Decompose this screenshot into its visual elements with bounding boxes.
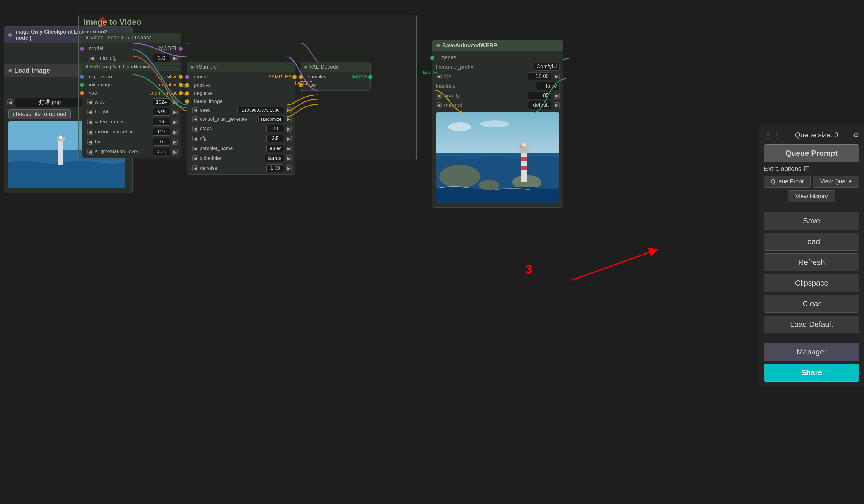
load-default-button[interactable]: Load Default [764, 316, 859, 333]
cond-initimage-input[interactable] [80, 83, 84, 87]
fps-prev[interactable]: ◀ [87, 139, 93, 145]
height-prev[interactable]: ◀ [87, 109, 93, 115]
manager-button[interactable]: Manager [764, 343, 859, 361]
view-history-button[interactable]: View History [788, 190, 836, 202]
ks-latent-input[interactable] [185, 99, 189, 103]
height-next[interactable]: ▶ [172, 109, 178, 115]
ks-positive-input[interactable] [185, 83, 189, 87]
control-prev[interactable]: ◀ [192, 116, 198, 122]
cfg-guidance-node: VideoLinearCFGGuidance model MODEL ◀ min… [82, 33, 181, 65]
svg-rect-20 [521, 166, 527, 170]
aug-prev[interactable]: ◀ [87, 149, 93, 155]
mincfg-prev[interactable]: ◀ [89, 55, 95, 61]
svg-point-10 [480, 121, 509, 127]
upload-button[interactable]: choose file to upload [9, 109, 71, 119]
bucket-next[interactable]: ▶ [172, 129, 178, 135]
sw-method-next[interactable]: ▶ [554, 102, 560, 108]
sampler-prev[interactable]: ◀ [192, 146, 198, 151]
ks-samples-output[interactable] [292, 75, 297, 79]
queue-prompt-button[interactable]: Queue Prompt [764, 144, 859, 162]
conditioning-node: SVD_img2vid_Conditioning clip_vision pos… [82, 62, 181, 158]
svg-point-7 [59, 136, 62, 139]
queue-header: ⋮⋮ Queue size: 0 ⚙ [764, 130, 859, 140]
cond-positive-output[interactable] [179, 75, 183, 79]
ks-model-input[interactable] [185, 75, 189, 79]
fps-next[interactable]: ▶ [172, 139, 178, 145]
svg-rect-4 [58, 139, 63, 165]
image-prev-btn[interactable]: ◀ [7, 99, 13, 105]
savewebp-title: SaveAnimatedWEBP [432, 40, 563, 51]
cfg-next[interactable]: ▶ [286, 136, 291, 142]
width-next[interactable]: ▶ [172, 99, 178, 105]
cond-vae-input[interactable] [80, 91, 84, 95]
extra-options-checkbox[interactable] [804, 166, 809, 172]
share-button[interactable]: Share [764, 364, 859, 381]
divider-1 [764, 207, 859, 207]
steps-next[interactable]: ▶ [286, 126, 291, 132]
cfg-model-output[interactable] [179, 47, 183, 51]
save-button[interactable]: Save [764, 212, 859, 230]
vd-samples-input[interactable] [299, 75, 303, 79]
latent-label: LATENT [295, 81, 312, 86]
sw-quality-next[interactable]: ▶ [554, 93, 560, 99]
cond-negative-output[interactable] [179, 83, 183, 87]
sw-method-prev[interactable]: ◀ [436, 102, 442, 108]
right-panel: ⋮⋮ Queue size: 0 ⚙ Queue Prompt Extra op… [759, 125, 864, 386]
sched-prev[interactable]: ◀ [192, 156, 198, 161]
sw-images-input[interactable] [430, 56, 434, 60]
vaedecode-node: VAE Decode samples IMAGE vae [301, 62, 371, 91]
extra-options-label: Extra options [764, 165, 801, 173]
sampler-next[interactable]: ▶ [286, 146, 291, 151]
denoise-prev[interactable]: ◀ [192, 165, 198, 171]
svg-rect-16 [519, 148, 529, 152]
clipspace-button[interactable]: Clipspace [764, 274, 859, 292]
cfg-prev[interactable]: ◀ [192, 136, 198, 142]
vd-image-output[interactable] [368, 75, 372, 79]
svg-point-9 [448, 123, 471, 131]
dots-icon[interactable]: ⋮⋮ [764, 130, 780, 140]
extra-options-row: Extra options [764, 165, 859, 173]
load-button[interactable]: Load [764, 233, 859, 250]
sw-fps-next[interactable]: ▶ [554, 74, 560, 79]
svg-point-14 [479, 180, 499, 190]
frames-prev[interactable]: ◀ [87, 119, 93, 125]
denoise-next[interactable]: ▶ [286, 165, 291, 171]
savewebp-node: SaveAnimatedWEBP images filename_prefix … [432, 40, 563, 208]
refresh-button[interactable]: Refresh [764, 254, 859, 271]
canvas-area: 1 2 3 [0, 0, 864, 504]
savewebp-preview [436, 112, 559, 203]
view-queue-button[interactable]: View Queue [813, 175, 860, 187]
aug-next[interactable]: ▶ [172, 149, 178, 155]
cfg-model-input[interactable] [80, 47, 84, 51]
seed-next[interactable]: ▶ [286, 107, 291, 113]
svg-rect-19 [521, 158, 527, 161]
image-to-video-group: Image to Video VideoLinearCFGGuidance mo… [78, 15, 417, 160]
queue-size-label: Queue size: 0 [795, 131, 838, 139]
width-prev[interactable]: ◀ [87, 99, 93, 105]
cond-latent-output[interactable] [179, 91, 183, 95]
sched-next[interactable]: ▶ [286, 156, 291, 161]
steps-prev[interactable]: ◀ [192, 126, 198, 132]
seed-prev[interactable]: ◀ [192, 107, 198, 113]
sw-quality-prev[interactable]: ◀ [436, 93, 442, 99]
frames-next[interactable]: ▶ [172, 119, 178, 125]
bucket-prev[interactable]: ◀ [87, 129, 93, 135]
queue-subrow: Queue Front View Queue [764, 175, 859, 187]
gear-icon[interactable]: ⚙ [853, 131, 859, 139]
ks-negative-input[interactable] [185, 91, 189, 95]
cond-clipvision-input[interactable] [80, 75, 84, 79]
svg-rect-8 [436, 112, 559, 153]
clear-button[interactable]: Clear [764, 295, 859, 313]
image-wire-label: IMAGE [421, 70, 437, 76]
queue-front-button[interactable]: Queue Front [764, 175, 811, 187]
svg-point-12 [439, 165, 480, 188]
control-next[interactable]: ▶ [286, 116, 291, 122]
mincfg-next[interactable]: ▶ [172, 55, 178, 61]
annotation-3: 3 [525, 262, 532, 276]
ksampler-node: KSampler model SAMPLES positive negative [187, 62, 295, 175]
svg-point-18 [522, 143, 526, 147]
